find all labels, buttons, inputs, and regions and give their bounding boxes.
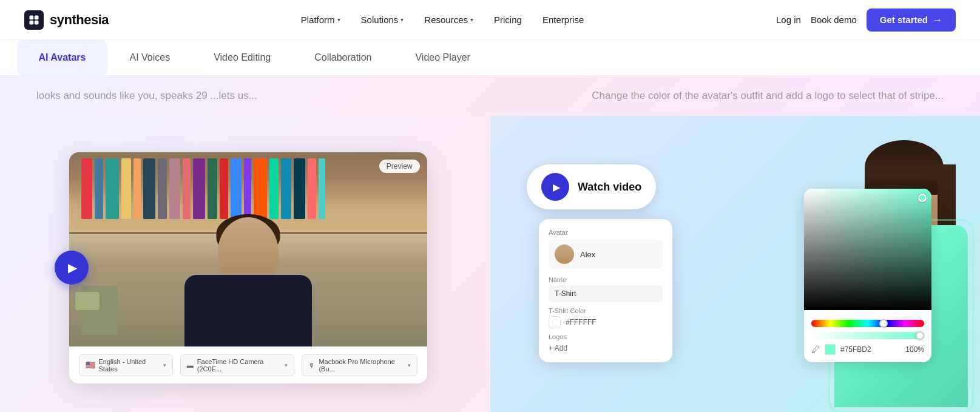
play-button[interactable]: ▶ <box>55 251 89 285</box>
language-selector[interactable]: 🇺🇸 English - United States ▾ <box>79 354 173 376</box>
arrow-icon: → <box>933 15 942 25</box>
tab-video-player[interactable]: Video Player <box>393 40 492 75</box>
camera-label: FaceTime HD Camera (2C0E... <box>197 358 282 373</box>
tab-collaboration-label: Collaboration <box>314 52 371 62</box>
language-label: English - United States <box>99 358 160 373</box>
video-background <box>69 152 427 346</box>
color-picker: 🖊 #75FBD2 100% <box>804 189 931 362</box>
chevron-down-icon: ▾ <box>400 16 404 23</box>
name-value[interactable]: T-Shirt <box>549 285 663 302</box>
svg-rect-1 <box>35 15 39 19</box>
nav-resources[interactable]: Resources ▾ <box>416 10 482 30</box>
hue-slider[interactable] <box>811 320 924 327</box>
color-picker-dot[interactable] <box>918 194 927 202</box>
hue-thumb[interactable] <box>879 319 888 328</box>
flag-icon: 🇺🇸 <box>86 360 95 370</box>
video-preview: Preview <box>69 152 427 346</box>
avatar-panel: Avatar Alex Name T-Shirt T-Shirt Color #… <box>539 219 672 362</box>
nav-platform[interactable]: Platform ▾ <box>292 10 349 30</box>
tab-ai-avatars[interactable]: AI Avatars <box>17 40 108 75</box>
video-controls: 🇺🇸 English - United States ▾ ▬ FaceTime … <box>69 346 427 383</box>
video-card: Preview 🇺🇸 English - United States ▾ ▬ F… <box>69 152 427 383</box>
tab-video-editing-label: Video Editing <box>214 52 271 62</box>
color-picker-bottom: 🖊 #75FBD2 100% <box>811 344 924 355</box>
nav-actions: Log in Book demo Get started → <box>776 8 956 32</box>
logos-section: Logos + Add <box>549 333 663 353</box>
opacity-thumb[interactable] <box>916 331 924 340</box>
logos-label: Logos <box>549 333 663 340</box>
mic-selector[interactable]: 🎙 Macbook Pro Microphone (Bu... ▾ <box>302 354 417 376</box>
person-silhouette <box>163 217 333 346</box>
add-logo-button[interactable]: + Add <box>549 344 567 353</box>
tab-video-player-label: Video Player <box>415 52 470 62</box>
tab-ai-voices-label: AI Voices <box>129 52 170 62</box>
tab-collaboration[interactable]: Collaboration <box>292 40 393 75</box>
video-wrapper: ▶ <box>69 152 427 383</box>
chevron-down-icon: ▾ <box>337 16 340 23</box>
tab-ai-voices[interactable]: AI Voices <box>107 40 192 75</box>
nav-links: Platform ▾ Solutions ▾ Resources ▾ Prici… <box>292 10 593 30</box>
book-demo-button[interactable]: Book demo <box>811 15 857 25</box>
svg-rect-2 <box>30 20 34 24</box>
tabs-section: AI Avatars AI Voices Video Editing Colla… <box>0 40 980 76</box>
name-label: Name <box>549 276 663 283</box>
picker-opacity-value: 100% <box>905 345 924 354</box>
bg-text-right: Change the color of the avatar's outfit … <box>592 90 944 102</box>
woman-hair <box>865 140 944 195</box>
tabs-container: AI Avatars AI Voices Video Editing Colla… <box>17 40 964 75</box>
preview-badge: Preview <box>379 160 420 173</box>
logo-text: synthesia <box>50 12 109 28</box>
tshirt-color-label: T-Shirt Color <box>549 307 663 314</box>
chevron-down-icon: ▾ <box>408 362 411 368</box>
mic-label: Macbook Pro Microphone (Bu... <box>319 358 404 373</box>
picker-hex-value: #75FBD2 <box>840 345 901 354</box>
color-gradient-area[interactable] <box>804 189 931 310</box>
chevron-down-icon: ▾ <box>470 16 473 23</box>
camera-selector[interactable]: ▬ FaceTime HD Camera (2C0E... ▾ <box>180 354 295 376</box>
nav-pricing-label: Pricing <box>494 15 522 25</box>
eyedropper-icon[interactable]: 🖊 <box>811 345 820 354</box>
picker-color-swatch <box>825 344 836 355</box>
avatar-row[interactable]: Alex <box>549 240 663 269</box>
get-started-button[interactable]: Get started → <box>867 8 956 32</box>
logo[interactable]: synthesia <box>24 10 109 30</box>
avatar-image <box>555 245 574 264</box>
person-area <box>69 211 427 346</box>
person-body <box>184 275 312 346</box>
add-label: + Add <box>549 344 567 353</box>
nav-solutions-label: Solutions <box>361 15 399 25</box>
tab-video-editing[interactable]: Video Editing <box>192 40 292 75</box>
play-triangle-icon: ▶ <box>553 181 560 193</box>
nav-platform-label: Platform <box>301 15 335 25</box>
avatar-section: Avatar Alex <box>549 229 663 269</box>
bg-text-strip: looks and sounds like you, speaks 29 ...… <box>0 76 980 116</box>
main-content: ▶ <box>0 116 980 412</box>
play-small-icon: ▶ <box>541 173 569 201</box>
preview-label: Preview <box>387 162 413 171</box>
svg-rect-3 <box>35 20 39 24</box>
chevron-down-icon: ▾ <box>285 362 288 368</box>
login-button[interactable]: Log in <box>776 15 801 25</box>
navbar: synthesia Platform ▾ Solutions ▾ Resourc… <box>0 0 980 40</box>
nav-pricing[interactable]: Pricing <box>485 10 530 30</box>
svg-rect-0 <box>30 15 34 19</box>
nav-enterprise-label: Enterprise <box>542 15 584 25</box>
mic-icon: 🎙 <box>308 362 315 369</box>
nav-solutions[interactable]: Solutions ▾ <box>353 10 413 30</box>
watch-video-label: Watch video <box>578 181 641 194</box>
avatar-thumbnail <box>555 245 574 264</box>
color-swatch[interactable] <box>549 316 561 328</box>
watch-video-button[interactable]: ▶ Watch video <box>527 164 656 209</box>
avatar-label: Avatar <box>549 229 663 236</box>
nav-resources-label: Resources <box>424 15 468 25</box>
color-picker-controls: 🖊 #75FBD2 100% <box>804 310 931 362</box>
tshirt-color-field: T-Shirt Color #FFFFFF <box>549 307 663 328</box>
avatar-name: Alex <box>580 250 595 259</box>
nav-enterprise[interactable]: Enterprise <box>534 10 592 30</box>
logo-icon <box>24 10 44 30</box>
play-icon: ▶ <box>68 260 77 275</box>
chevron-down-icon: ▾ <box>163 362 166 368</box>
left-panel: ▶ <box>0 116 490 412</box>
right-panel: ▶ Watch video Avatar Alex Name T-Shirt T… <box>490 116 980 412</box>
opacity-slider[interactable] <box>811 332 924 339</box>
